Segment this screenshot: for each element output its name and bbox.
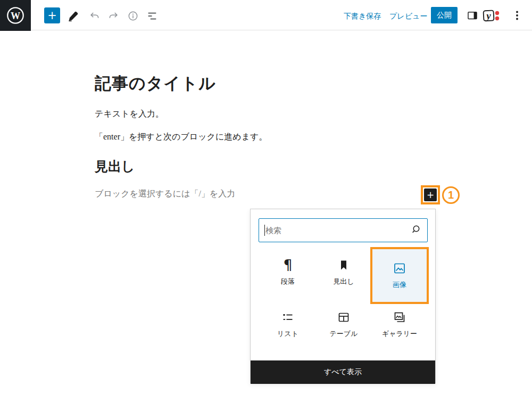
block-tile-gallery[interactable]: ギャラリー: [374, 301, 425, 349]
block-tile-table[interactable]: テーブル: [318, 301, 369, 349]
block-search: [259, 218, 428, 242]
gallery-icon: [393, 311, 406, 324]
block-tile-label: テーブル: [330, 329, 358, 339]
block-tile-label: 段落: [281, 277, 295, 286]
paragraph-icon: ¶: [283, 259, 292, 272]
block-tile-label: 見出し: [333, 277, 354, 286]
block-inserter-toggle[interactable]: +: [424, 188, 437, 201]
block-search-input[interactable]: [259, 218, 428, 242]
svg-text:y: y: [485, 10, 491, 21]
text-caret: [264, 225, 265, 236]
publish-button[interactable]: 公開: [431, 7, 458, 23]
block-tile-paragraph[interactable]: ¶ 段落: [262, 249, 313, 297]
wordpress-w-icon: W: [5, 5, 26, 26]
annotation-step-1-badge: 1: [442, 186, 460, 204]
post-title-field[interactable]: 記事のタイトル: [95, 72, 216, 95]
image-icon: [393, 262, 406, 275]
paragraph-block-1[interactable]: テキストを入力。: [95, 109, 164, 120]
wordpress-editor: W +: [0, 0, 532, 394]
browse-all-button[interactable]: すべて表示: [251, 360, 435, 384]
details-button[interactable]: [127, 10, 139, 22]
list-view-button[interactable]: [146, 10, 159, 22]
block-tile-label: リスト: [277, 329, 298, 339]
yoast-seo-button[interactable]: y: [482, 9, 503, 23]
block-tile-heading[interactable]: 見出し: [318, 249, 369, 297]
paragraph-block-2[interactable]: 「enter」を押すと次のブロックに進めます。: [95, 132, 267, 143]
preview-link[interactable]: プレビュー: [389, 12, 427, 21]
undo-icon: [89, 10, 101, 22]
info-icon: [127, 10, 139, 22]
options-menu-button[interactable]: [511, 9, 523, 22]
kebab-menu-icon: [511, 9, 523, 22]
undo-button[interactable]: [88, 10, 101, 22]
pencil-icon: [67, 10, 80, 22]
block-tile-label: ギャラリー: [382, 329, 417, 339]
block-tile-list[interactable]: リスト: [262, 301, 313, 349]
settings-sidebar-toggle[interactable]: [466, 9, 479, 22]
toolbar-add-block-button[interactable]: +: [44, 7, 60, 23]
redo-icon: [107, 10, 119, 22]
edit-tool-button[interactable]: [67, 10, 80, 22]
list-view-icon: [146, 10, 158, 22]
empty-block-placeholder[interactable]: ブロックを選択するには「/」を入力: [95, 188, 235, 200]
table-icon: [337, 311, 350, 324]
svg-text:W: W: [11, 11, 20, 21]
wordpress-logo[interactable]: W: [0, 0, 31, 31]
heading-block[interactable]: 見出し: [95, 158, 135, 175]
block-tile-label: 画像: [393, 280, 406, 290]
heading-icon: [337, 259, 350, 272]
yoast-seo-icon: y: [482, 9, 503, 23]
sidebar-panel-icon: [466, 9, 479, 22]
redo-button[interactable]: [107, 10, 120, 22]
editor-topbar: W +: [0, 0, 532, 30]
list-icon: [281, 311, 294, 324]
block-tile-image[interactable]: 画像: [370, 247, 429, 304]
annotation-highlight-frame: +: [421, 185, 440, 204]
block-inserter-popup: ¶ 段落 見出し 画像 2 リスト: [250, 209, 436, 383]
save-draft-link[interactable]: 下書き保存: [344, 12, 381, 21]
